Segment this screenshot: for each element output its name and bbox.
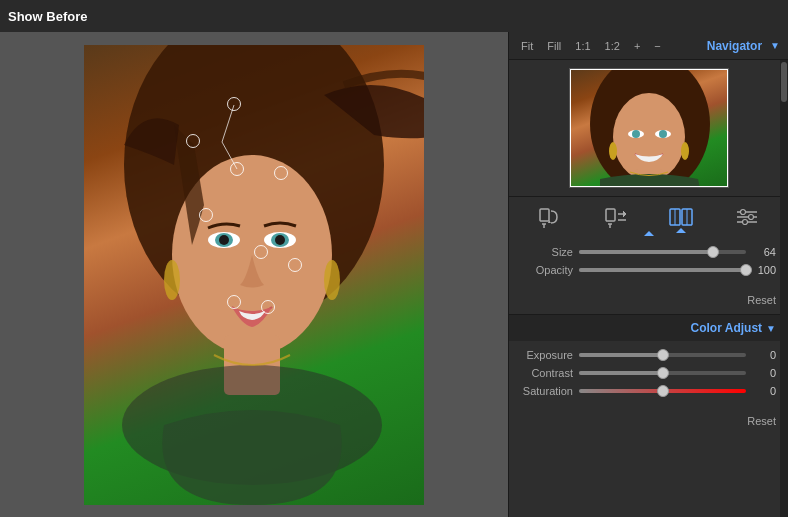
panel-top-bar: Fit Fill 1:1 1:2 + − Navigator ▼: [509, 32, 788, 60]
svg-rect-24: [606, 209, 615, 221]
control-point-5[interactable]: [199, 208, 213, 222]
svg-rect-23: [540, 209, 549, 221]
panel-wrapper: Size 64 Opacity 100: [509, 60, 788, 517]
ratio-1-2[interactable]: 1:2: [601, 39, 624, 53]
photo-background: [84, 45, 424, 505]
show-before-button[interactable]: Show Before: [8, 9, 87, 24]
canvas-area: [0, 32, 508, 517]
navigator-dropdown-arrow[interactable]: ▼: [770, 40, 780, 51]
navigator-view-box: [570, 69, 728, 187]
color-adjust-sliders: Exposure 0 Contrast: [509, 341, 788, 411]
color-adjust-dropdown-arrow[interactable]: ▼: [766, 323, 776, 334]
top-bar: Show Before: [0, 0, 788, 32]
history-brush-tool[interactable]: [532, 203, 568, 231]
size-slider-fill: [579, 250, 713, 254]
color-adjust-title: Color Adjust: [691, 321, 763, 335]
control-points-overlay: [84, 45, 424, 505]
exposure-slider-track[interactable]: [579, 353, 746, 357]
control-point-1[interactable]: [227, 97, 241, 111]
sliders-section: Size 64 Opacity 100: [509, 238, 788, 290]
saturation-value: 0: [752, 385, 776, 397]
scrollbar[interactable]: [780, 60, 788, 517]
reset-row-2: Reset: [509, 411, 788, 435]
control-lines-svg: [84, 45, 424, 505]
ratio-1-1[interactable]: 1:1: [571, 39, 594, 53]
exposure-slider-fill: [579, 353, 663, 357]
control-point-4[interactable]: [274, 166, 288, 180]
exposure-slider-thumb[interactable]: [657, 349, 669, 361]
navigator-title: Navigator: [707, 39, 762, 53]
opacity-slider-row: Opacity 100: [521, 264, 776, 276]
saturation-slider-thumb[interactable]: [657, 385, 669, 397]
navigator-thumbnail-area: [509, 60, 788, 196]
reset-row: Reset: [509, 290, 788, 314]
tool-icons-row: [509, 196, 788, 231]
fit-option[interactable]: Fit: [517, 39, 537, 53]
exposure-label: Exposure: [521, 349, 573, 361]
opacity-slider-thumb[interactable]: [740, 264, 752, 276]
fill-option[interactable]: Fill: [543, 39, 565, 53]
reset-button-2[interactable]: Reset: [747, 415, 776, 427]
contrast-label: Contrast: [521, 367, 573, 379]
control-point-3[interactable]: [230, 162, 244, 176]
exposure-value: 0: [752, 349, 776, 361]
contrast-slider-track[interactable]: [579, 371, 746, 375]
saturation-slider-row: Saturation 0: [521, 385, 776, 397]
reset-button[interactable]: Reset: [747, 294, 776, 306]
main-area: Fit Fill 1:1 1:2 + − Navigator ▼: [0, 32, 788, 517]
opacity-slider-track[interactable]: [579, 268, 746, 272]
settings-tool[interactable]: [729, 203, 765, 231]
contrast-slider-thumb[interactable]: [657, 367, 669, 379]
contrast-value: 0: [752, 367, 776, 379]
svg-point-34: [743, 220, 748, 225]
control-point-6[interactable]: [254, 245, 268, 259]
control-point-7[interactable]: [288, 258, 302, 272]
color-adjust-header[interactable]: Color Adjust ▼: [509, 314, 788, 341]
opacity-value: 100: [752, 264, 776, 276]
scrollbar-thumb[interactable]: [781, 62, 787, 102]
photo-frame: [84, 45, 424, 505]
size-label: Size: [521, 246, 573, 258]
svg-point-33: [749, 215, 754, 220]
opacity-slider-fill: [579, 268, 746, 272]
navigator-thumbnail: [569, 68, 729, 188]
control-point-9[interactable]: [261, 300, 275, 314]
export-tool[interactable]: [598, 203, 634, 231]
saturation-slider-track[interactable]: [579, 389, 746, 393]
saturation-label: Saturation: [521, 385, 573, 397]
size-slider-thumb[interactable]: [707, 246, 719, 258]
arrow-up-icon: [644, 231, 654, 236]
size-value: 64: [752, 246, 776, 258]
opacity-label: Opacity: [521, 264, 573, 276]
control-point-2[interactable]: [186, 134, 200, 148]
compare-tool[interactable]: [663, 203, 699, 231]
control-point-8[interactable]: [227, 295, 241, 309]
right-panel: Fit Fill 1:1 1:2 + − Navigator ▼: [508, 32, 788, 517]
contrast-slider-fill: [579, 371, 663, 375]
panel-content: Size 64 Opacity 100: [509, 60, 788, 517]
exposure-slider-row: Exposure 0: [521, 349, 776, 361]
svg-point-32: [741, 210, 746, 215]
view-options: Fit Fill 1:1 1:2 + −: [517, 39, 665, 53]
arrow-indicator: [509, 231, 788, 238]
size-slider-track[interactable]: [579, 250, 746, 254]
zoom-minus[interactable]: −: [650, 39, 664, 53]
contrast-slider-row: Contrast 0: [521, 367, 776, 379]
zoom-add[interactable]: +: [630, 39, 644, 53]
size-slider-row: Size 64: [521, 246, 776, 258]
